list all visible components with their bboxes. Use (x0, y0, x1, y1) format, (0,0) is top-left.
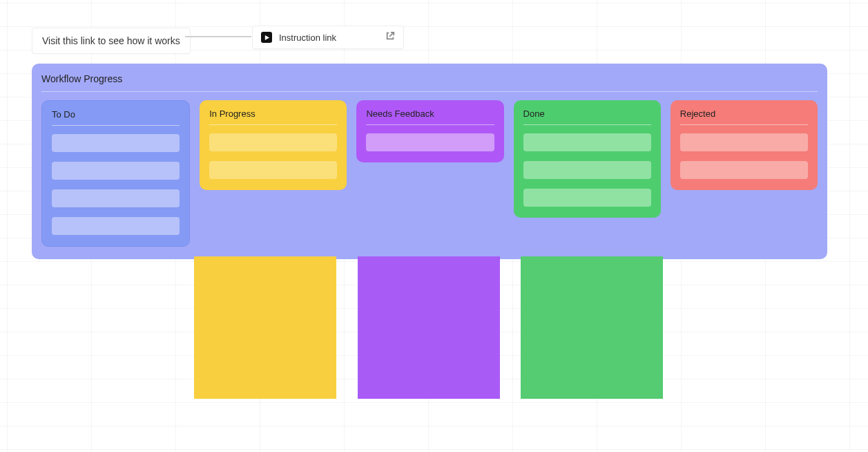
ticket[interactable] (523, 133, 651, 151)
ticket[interactable] (52, 162, 180, 180)
ticket[interactable] (52, 189, 180, 207)
connector-line (185, 36, 251, 37)
text-card-label: Visit this link to see how it works (42, 35, 180, 46)
column-progress[interactable]: In Progress (200, 100, 347, 190)
column-title: In Progress (209, 109, 337, 125)
ticket[interactable] (523, 189, 651, 207)
ticket[interactable] (52, 217, 180, 235)
column-title: Done (523, 109, 651, 125)
ticket[interactable] (366, 133, 494, 151)
ticket[interactable] (52, 134, 180, 152)
ticket[interactable] (523, 161, 651, 179)
play-icon (261, 32, 272, 43)
workflow-board[interactable]: Workflow Progress To DoIn ProgressNeeds … (32, 64, 827, 259)
column-rejected[interactable]: Rejected (671, 100, 818, 190)
swatch-purple[interactable] (358, 256, 500, 399)
column-feedback[interactable]: Needs Feedback (356, 100, 503, 162)
instruction-link-label: Instruction link (279, 32, 378, 43)
board-title: Workflow Progress (41, 73, 818, 92)
column-done[interactable]: Done (514, 100, 661, 218)
ticket[interactable] (209, 161, 337, 179)
instruction-link-card[interactable]: Instruction link (252, 26, 404, 49)
board-columns: To DoIn ProgressNeeds FeedbackDoneReject… (41, 100, 818, 247)
column-title: Rejected (680, 109, 808, 125)
column-title: To Do (52, 109, 180, 126)
ticket[interactable] (209, 133, 337, 151)
canvas[interactable]: Visit this link to see how it works Inst… (0, 0, 868, 452)
column-todo[interactable]: To Do (41, 100, 190, 247)
swatch-yellow[interactable] (194, 256, 336, 399)
column-title: Needs Feedback (366, 109, 494, 125)
text-card[interactable]: Visit this link to see how it works (32, 28, 191, 54)
ticket[interactable] (680, 161, 808, 179)
external-link-icon[interactable] (385, 31, 395, 44)
swatch-green[interactable] (521, 256, 663, 399)
ticket[interactable] (680, 133, 808, 151)
